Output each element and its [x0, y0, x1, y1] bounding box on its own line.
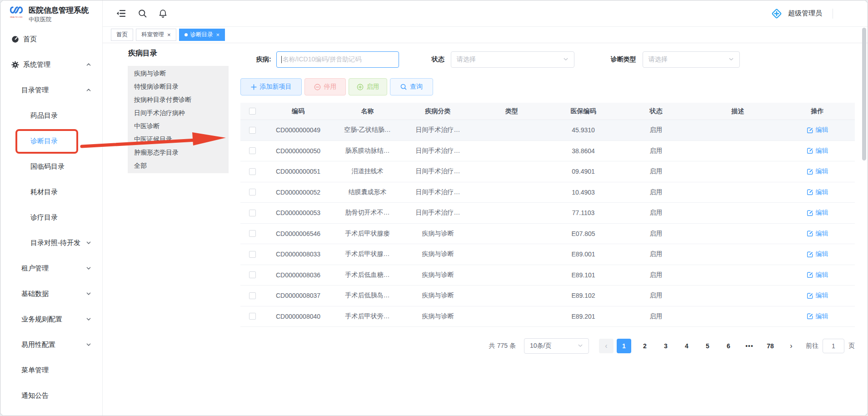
catalog-item[interactable]: 中医诊断	[128, 120, 229, 133]
table-cell: 10.4903	[550, 189, 616, 196]
plus-icon	[251, 84, 257, 90]
table-cell: 泪道挂线术	[332, 167, 403, 175]
user-area[interactable]: 超级管理员	[770, 7, 868, 20]
catalog-item[interactable]: 按病种目录付费诊断	[128, 93, 229, 106]
table-row[interactable]: CD0000000049空肠-乙状结肠…日间手术治疗…45.9310启用编辑	[240, 120, 855, 141]
row-checkbox[interactable]	[249, 271, 256, 278]
close-icon[interactable]: ×	[167, 32, 171, 38]
collapse-menu-icon[interactable]	[116, 10, 126, 17]
catalog-item[interactable]: 特慢病诊断目录	[128, 80, 229, 93]
edit-label: 编辑	[816, 291, 828, 300]
row-checkbox[interactable]	[249, 230, 256, 237]
row-checkbox[interactable]	[249, 251, 256, 258]
goto-label: 前往	[806, 342, 818, 350]
edit-icon	[807, 147, 813, 154]
tab-item[interactable]: 科室管理×	[136, 29, 176, 41]
disease-search-input[interactable]: 名称/ICD10编码/拼音助记码	[276, 51, 399, 68]
goto-page-input[interactable]: 1	[823, 339, 844, 353]
add-item-button[interactable]: 添加新项目	[240, 78, 302, 95]
filter-bar: 疾病: 名称/ICD10编码/拼音助记码 状态 请选择 诊断类型 请选择	[256, 51, 740, 68]
catalog-item[interactable]: 疾病与诊断	[128, 67, 229, 80]
page-number-button[interactable]: 2	[638, 339, 652, 353]
tab-active[interactable]: 诊断目录×	[179, 29, 225, 41]
select-all-checkbox[interactable]	[249, 108, 256, 115]
vertical-scrollbar-thumb[interactable]	[862, 28, 866, 160]
edit-button[interactable]: 编辑	[807, 126, 828, 134]
sidebar-item[interactable]: 目录管理	[0, 77, 102, 103]
table-row[interactable]: CD0000008040手术后甲状旁…疾病与诊断E89.201启用编辑	[240, 306, 855, 327]
disable-button[interactable]: 停用	[304, 78, 346, 95]
edit-button[interactable]: 编辑	[807, 209, 828, 217]
sidebar-item[interactable]: 首页	[0, 26, 102, 52]
page-number-button[interactable]: 4	[679, 339, 694, 353]
row-checkbox[interactable]	[249, 292, 256, 299]
sidebar-item[interactable]: 诊断目录	[0, 128, 102, 154]
sidebar-item[interactable]: 易用性配置	[0, 332, 102, 357]
actions-cell: 编辑	[780, 250, 855, 258]
page-unit-label: 页	[848, 342, 855, 350]
query-button[interactable]: 查询	[390, 78, 433, 95]
table-row[interactable]: CD0000000051泪道挂线术日间手术治疗…09.4901启用编辑	[240, 161, 855, 182]
table-row[interactable]: CD0000008036手术后低血糖…疾病与诊断E89.101启用编辑	[240, 265, 855, 286]
edit-button[interactable]: 编辑	[807, 147, 828, 155]
last-page-button[interactable]: 78	[763, 339, 778, 353]
edit-button[interactable]: 编辑	[807, 250, 828, 258]
sidebar-item[interactable]: 租户管理	[0, 256, 102, 281]
table-cell: 启用	[616, 230, 696, 238]
table-cell: 日间手术治疗…	[403, 126, 473, 134]
sidebar-item[interactable]: 诊疗目录	[0, 205, 102, 230]
sidebar-item[interactable]: 国临码目录	[0, 154, 102, 179]
edit-icon	[807, 292, 813, 299]
edit-button[interactable]: 编辑	[807, 167, 828, 175]
sidebar-item[interactable]: 通知公告	[0, 383, 102, 408]
edit-button[interactable]: 编辑	[807, 188, 828, 196]
next-page-button[interactable]: ›	[784, 339, 798, 353]
diagnosis-type-select[interactable]: 请选择	[643, 51, 740, 68]
table-row[interactable]: CD0000008033手术后甲状腺…疾病与诊断E89.001启用编辑	[240, 244, 855, 265]
row-checkbox[interactable]	[249, 168, 256, 175]
table-row[interactable]: CD0000000050肠系膜动脉结…日间手术治疗…38.8604启用编辑	[240, 141, 855, 162]
page-number-button[interactable]: 1	[617, 339, 631, 353]
table-row[interactable]: CD0000006546手术后甲状腺瘘疾病与诊断E07.805启用编辑	[240, 224, 855, 245]
sidebar-item[interactable]: 菜单管理	[0, 357, 102, 383]
tab-item[interactable]: 首页	[111, 29, 133, 41]
sidebar-item[interactable]: 药品目录	[0, 103, 102, 128]
close-icon[interactable]: ×	[216, 32, 220, 38]
sidebar-item[interactable]: 系统管理	[0, 52, 102, 77]
edit-label: 编辑	[816, 147, 828, 155]
tab-bar: 首页科室管理×诊断目录×	[103, 27, 868, 43]
sidebar-item[interactable]: 耗材目录	[0, 179, 102, 205]
table-row[interactable]: CD0000008037手术后低胰岛…疾病与诊断E89.102启用编辑	[240, 286, 855, 306]
table-row[interactable]: CD0000000053肋骨切开术不…日间手术治疗…77.1103启用编辑	[240, 203, 855, 224]
catalog-item[interactable]: 中医证候目录	[128, 133, 229, 146]
table-row[interactable]: CD0000000052结膜囊成形术日间手术治疗…10.4903启用编辑	[240, 182, 855, 203]
edit-button[interactable]: 编辑	[807, 291, 828, 300]
catalog-item[interactable]: 全部	[128, 159, 229, 172]
page-number-button[interactable]: 3	[658, 339, 673, 353]
sidebar-item[interactable]: 业务规则配置	[0, 306, 102, 332]
row-checkbox[interactable]	[249, 127, 256, 134]
edit-button[interactable]: 编辑	[807, 230, 828, 238]
table-cell: 手术后甲状腺…	[332, 250, 403, 258]
row-checkbox[interactable]	[249, 313, 256, 320]
sidebar-item[interactable]: 基础数据	[0, 281, 102, 306]
search-icon[interactable]	[138, 9, 147, 18]
edit-button[interactable]: 编辑	[807, 271, 828, 279]
bell-icon[interactable]	[159, 9, 167, 18]
enable-button[interactable]: 启用	[349, 78, 387, 95]
row-checkbox[interactable]	[249, 147, 256, 154]
row-checkbox[interactable]	[249, 210, 256, 216]
more-pages-icon[interactable]: •••	[742, 342, 757, 350]
page-number-button[interactable]: 5	[700, 339, 715, 353]
status-select[interactable]: 请选择	[451, 51, 574, 68]
catalog-item[interactable]: 肿瘤形态学目录	[128, 146, 229, 159]
page-number-button[interactable]: 6	[721, 339, 736, 353]
page-size-select[interactable]: 10条/页	[524, 338, 589, 354]
sidebar-item[interactable]: 目录对照-待开发	[0, 230, 102, 256]
catalog-item[interactable]: 日间手术治疗病种	[128, 106, 229, 120]
prev-page-button[interactable]: ‹	[599, 339, 614, 353]
edit-button[interactable]: 编辑	[807, 312, 828, 321]
sidebar-item-label: 目录管理	[21, 86, 49, 95]
row-checkbox[interactable]	[249, 189, 256, 195]
table-cell: 启用	[616, 271, 696, 279]
